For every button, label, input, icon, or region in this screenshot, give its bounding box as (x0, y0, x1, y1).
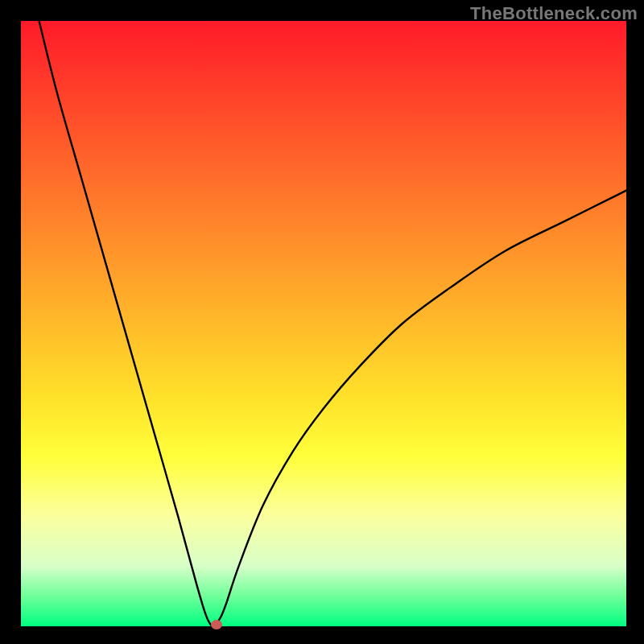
min-marker-dot (211, 620, 222, 630)
bottleneck-curve-path (39, 21, 626, 626)
chart-frame: TheBottleneck.com (0, 0, 644, 644)
watermark-text: TheBottleneck.com (470, 3, 638, 24)
plot-area (21, 21, 626, 626)
curve-svg (21, 21, 626, 626)
